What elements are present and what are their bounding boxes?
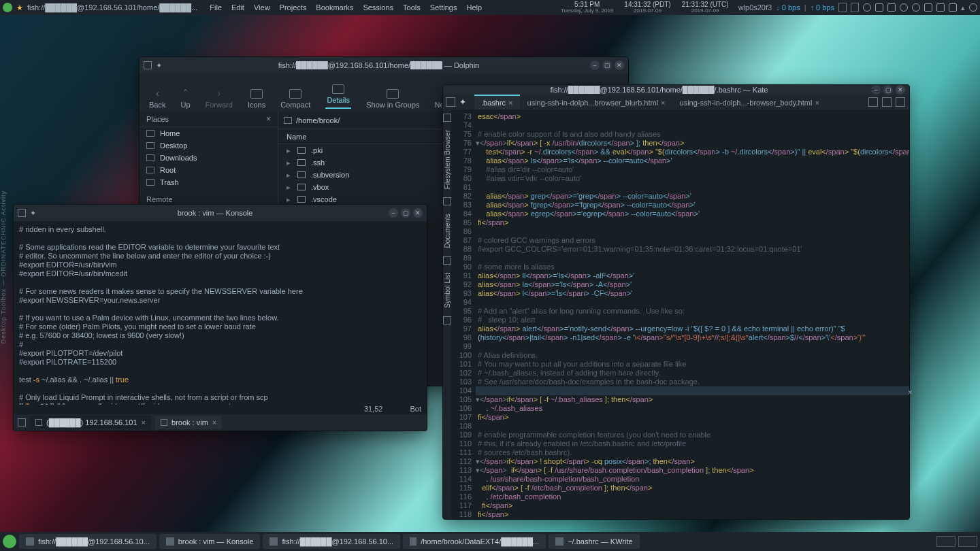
tab-close-icon[interactable]: × — [508, 99, 512, 107]
volume-icon[interactable] — [949, 3, 957, 12]
menu-file[interactable]: File — [210, 3, 222, 12]
more-icon[interactable] — [896, 97, 905, 107]
folder-icon — [297, 196, 306, 203]
task-entry[interactable]: fish://██████@192.168.56.10... — [263, 534, 400, 549]
places-item-home[interactable]: Home — [140, 127, 278, 139]
settings-icon[interactable] — [969, 3, 977, 12]
show-groups-button[interactable]: Show in Groups — [366, 89, 419, 109]
close-button[interactable]: ✕ — [413, 208, 423, 218]
task-entry[interactable]: fish://██████@192.168.56.10... — [19, 534, 157, 549]
task-entry[interactable]: brook : vim — Konsole — [159, 534, 261, 549]
places-item-trash[interactable]: Trash — [140, 176, 278, 188]
tab-close-icon[interactable]: × — [212, 418, 216, 427]
menu-help[interactable]: Help — [466, 3, 482, 12]
konsole-tab-0[interactable]: (██████) 192.168.56.101× — [30, 416, 151, 429]
pin-icon[interactable]: ✦ — [156, 61, 162, 70]
sidebar-symbol-list[interactable]: Symbol List — [444, 273, 451, 308]
back-button[interactable]: ‹Back — [149, 88, 165, 109]
expand-icon[interactable]: ▸ — [287, 158, 292, 167]
maximize-button[interactable]: ▢ — [401, 208, 410, 218]
bluetooth-icon[interactable] — [912, 3, 920, 12]
expand-icon[interactable]: ▸ — [287, 146, 292, 155]
details-view-button[interactable]: Details — [325, 84, 351, 109]
task-entry[interactable]: /home/brook/DataEXT4/██████... — [403, 534, 546, 549]
tray-spacer-icon — [838, 3, 847, 12]
star-icon[interactable]: ★ — [16, 3, 23, 12]
menu-projects[interactable]: Projects — [280, 3, 307, 12]
workspace-1[interactable] — [936, 536, 956, 547]
close-button[interactable]: ✕ — [896, 85, 905, 95]
places-remote-header: Remote — [146, 195, 173, 203]
sidebar-filesystem[interactable]: Filesystem Browser — [444, 130, 451, 189]
workspace-2[interactable] — [958, 536, 977, 547]
tray-expand-icon[interactable]: ▴ — [961, 3, 965, 12]
documents-icon[interactable] — [443, 197, 451, 205]
menu-edit[interactable]: Edit — [231, 3, 244, 12]
distro-logo-icon[interactable] — [3, 3, 12, 12]
task-entry[interactable]: ~/.bashrc — KWrite — [549, 534, 639, 549]
task-label: fish://██████@192.168.56.10... — [282, 537, 393, 546]
minimize-button[interactable]: – — [871, 85, 881, 95]
clock-pdt[interactable]: 14:31:32 (PDT)2019-07-09 — [624, 1, 670, 14]
column-name[interactable]: Name — [287, 133, 306, 141]
expand-icon[interactable]: ▸ — [287, 195, 292, 204]
menu-bookmarks[interactable]: Bookmarks — [316, 3, 353, 12]
kate-tab-active[interactable]: .bashrc× — [474, 95, 520, 110]
expand-icon[interactable]: ▸ — [287, 183, 292, 192]
activity-sidebar[interactable]: Desktop Toolbox — ORDINATECHNIC Activity — [0, 190, 12, 344]
split-icon[interactable] — [868, 97, 878, 107]
expand-icon[interactable]: ▸ — [287, 171, 292, 180]
tab-close-icon[interactable]: × — [142, 418, 146, 427]
filesystem-browser-icon[interactable] — [443, 114, 451, 122]
new-tab-icon[interactable] — [18, 418, 26, 427]
file-name: .vscode — [311, 195, 337, 203]
kate-tab-1[interactable]: using-ssh-in-dolph...browser_blurb.html× — [521, 95, 672, 110]
konsole-tab-1[interactable]: brook : vim× — [155, 416, 222, 429]
pin-icon[interactable]: ✦ — [459, 97, 466, 107]
tab-close-icon[interactable]: × — [661, 99, 665, 107]
up-button[interactable]: ˄Up — [180, 88, 190, 109]
menu-settings[interactable]: Settings — [430, 3, 457, 12]
forward-button[interactable]: ›Forward — [206, 88, 233, 109]
line-gutter: 7374757677787980818283848586878889909192… — [451, 110, 474, 520]
minimize-button[interactable]: – — [389, 208, 398, 218]
vim-position: 31,52 — [364, 405, 383, 414]
tab-close-icon[interactable]: × — [815, 99, 819, 107]
clock-utc[interactable]: 21:31:32 (UTC)2019-07-09 — [682, 1, 729, 14]
keyboard-icon[interactable] — [875, 3, 883, 12]
menu-sessions[interactable]: Sessions — [363, 3, 393, 12]
places-item-root[interactable]: Root — [140, 164, 278, 176]
net-interface[interactable]: wlp0s20f3 — [738, 3, 772, 12]
clipboard-icon[interactable] — [887, 3, 896, 12]
task-label: fish://██████@192.168.56.10... — [38, 537, 150, 546]
icons-view-button[interactable]: Icons — [248, 89, 265, 109]
wifi-icon[interactable] — [924, 3, 932, 12]
battery-icon[interactable] — [936, 3, 945, 12]
menu-view[interactable]: View — [254, 3, 270, 12]
mic-icon[interactable] — [900, 3, 908, 12]
kate-tab-2[interactable]: using-ssh-in-dolph...-browser_body.html× — [673, 95, 826, 110]
places-item-desktop[interactable]: Desktop — [140, 139, 278, 152]
menu-tools[interactable]: Tools — [403, 3, 421, 12]
places-close-icon[interactable]: × — [266, 114, 271, 124]
terminal-area[interactable]: # ridden in every subshell. # Some appli… — [14, 221, 427, 405]
close-button[interactable]: ✕ — [615, 61, 624, 70]
compact-view-button[interactable]: Compact — [280, 89, 310, 109]
symbol-list-icon[interactable] — [443, 256, 451, 265]
maximize-button[interactable]: ▢ — [602, 61, 612, 70]
code-area[interactable]: esac</span> # enable color support of ls… — [474, 110, 910, 520]
places-item-downloads[interactable]: Downloads — [140, 152, 278, 164]
trash-icon — [146, 179, 154, 186]
hidden-window-close-icon[interactable]: × — [908, 388, 913, 397]
app-icon — [144, 61, 152, 69]
clock-local[interactable]: 5:31 PMTuesday, July 9, 2019 — [561, 1, 613, 14]
split-icon[interactable] — [882, 97, 892, 107]
sidebar-documents[interactable]: Documents — [444, 214, 451, 248]
git-icon[interactable] — [443, 316, 451, 324]
start-button-icon[interactable] — [3, 535, 16, 548]
pin-icon[interactable]: ✦ — [30, 209, 36, 218]
update-icon[interactable] — [863, 3, 871, 12]
maximize-button[interactable]: ▢ — [883, 85, 893, 95]
editor-area[interactable]: 7374757677787980818283848586878889909192… — [451, 110, 910, 520]
minimize-button[interactable]: – — [590, 61, 600, 70]
